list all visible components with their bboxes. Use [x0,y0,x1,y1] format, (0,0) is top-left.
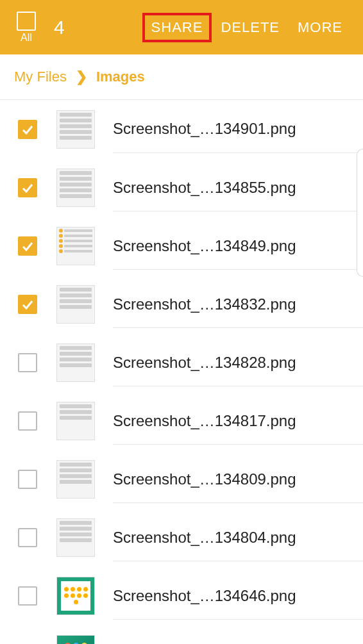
list-item[interactable]: Screenshot_…134643.png [0,625,363,644]
file-name: Screenshot_…134855.png [113,178,296,197]
row-checkbox[interactable] [18,470,37,489]
file-name: Screenshot_…134849.png [113,236,296,255]
file-thumbnail [56,343,95,382]
file-name: Screenshot_…134832.png [113,295,296,313]
breadcrumb-current: Images [96,69,145,85]
filename-wrap: Screenshot_…134643.png [113,630,363,644]
list-item[interactable]: Screenshot_…134828.png [0,333,363,392]
row-checkbox[interactable] [18,295,37,314]
list-item[interactable]: Screenshot_…134855.png [0,158,363,217]
file-name: Screenshot_…134828.png [113,353,296,372]
file-list: Screenshot_…134901.png Screenshot_…13485… [0,100,363,644]
file-thumbnail [56,635,95,645]
list-item[interactable]: Screenshot_…134832.png [0,275,363,333]
row-checkbox[interactable] [18,586,37,606]
list-item[interactable]: Screenshot_…134646.png [0,566,363,625]
breadcrumb-root[interactable]: My Files [14,69,67,85]
delete-button[interactable]: DELETE [212,13,289,42]
checkmark-icon [21,181,34,194]
filename-wrap: Screenshot_…134817.png [113,397,363,445]
file-thumbnail [56,577,95,615]
filename-wrap: Screenshot_…134804.png [113,513,363,561]
filename-wrap: Screenshot_…134828.png [113,338,363,386]
more-button[interactable]: MORE [289,13,351,42]
file-name: Screenshot_…134809.png [113,470,296,488]
filename-wrap: Screenshot_…134809.png [113,455,363,503]
list-item[interactable]: Screenshot_…134849.png [0,217,363,275]
action-bar: All 4 SHARE DELETE MORE [0,0,363,54]
list-item[interactable]: Screenshot_…134809.png [0,450,363,508]
file-thumbnail [56,518,95,557]
row-checkbox[interactable] [18,178,37,197]
scroll-handle[interactable] [357,149,363,277]
file-name: Screenshot_…134646.png [113,586,296,605]
list-item[interactable]: Screenshot_…134817.png [0,392,363,450]
filename-wrap: Screenshot_…134646.png [113,572,363,620]
chevron-right-icon: ❯ [76,69,87,85]
row-checkbox[interactable] [18,528,37,547]
checkmark-icon [21,240,34,252]
file-name: Screenshot_…134804.png [113,528,296,547]
list-item[interactable]: Screenshot_…134901.png [0,100,363,158]
file-thumbnail [56,460,95,499]
filename-wrap: Screenshot_…134849.png [113,222,363,270]
file-thumbnail [56,402,95,440]
filename-wrap: Screenshot_…134855.png [113,163,363,211]
share-button[interactable]: SHARE [142,13,212,42]
filename-wrap: Screenshot_…134832.png [113,280,363,328]
file-name: Screenshot_…134901.png [113,120,296,138]
selection-count: 4 [54,17,65,38]
checkmark-icon [21,298,34,311]
list-item[interactable]: Screenshot_…134804.png [0,508,363,566]
row-checkbox[interactable] [18,120,37,139]
checkmark-icon [21,123,34,136]
breadcrumb: My Files ❯ Images [0,54,363,100]
filename-wrap: Screenshot_…134901.png [113,105,363,153]
row-checkbox[interactable] [18,353,37,372]
select-all-label: All [21,32,32,44]
file-thumbnail [56,110,95,149]
select-all-group: All [17,12,36,44]
file-thumbnail [56,227,95,265]
file-thumbnail [56,285,95,324]
select-all-checkbox[interactable] [17,12,36,31]
file-thumbnail [56,169,95,207]
row-checkbox[interactable] [18,236,37,256]
row-checkbox[interactable] [18,411,37,431]
file-name: Screenshot_…134817.png [113,411,296,430]
